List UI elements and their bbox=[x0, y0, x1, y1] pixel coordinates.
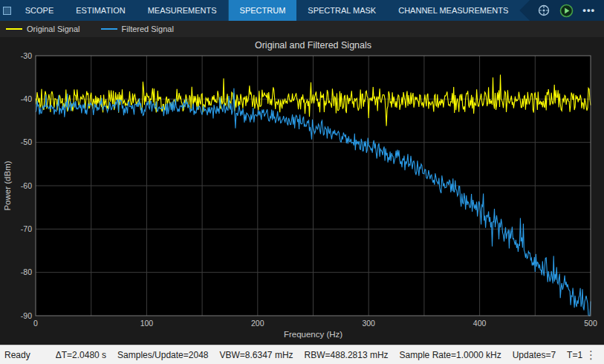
status-bar: Ready ΔT=2.0480 sSamples/Update=2048VBW=… bbox=[0, 345, 604, 364]
legend-item-filtered-signal[interactable]: Filtered Signal bbox=[101, 25, 174, 33]
status-metric: VBW=8.6347 mHz bbox=[220, 350, 293, 360]
legend-label: Filtered Signal bbox=[122, 25, 174, 33]
spectrum-plot: Original and Filtered Signals01002003004… bbox=[0, 37, 604, 345]
legend-bar: Original SignalFiltered Signal bbox=[0, 21, 604, 37]
x-tick-label: 200 bbox=[251, 319, 264, 328]
run-button[interactable] bbox=[559, 4, 574, 18]
legend-label: Original Signal bbox=[27, 25, 80, 33]
more-options-icon[interactable]: ••• bbox=[582, 0, 595, 21]
legend-swatch bbox=[101, 28, 117, 30]
status-metric: RBW=488.2813 mHz bbox=[305, 350, 389, 360]
x-tick-label: 500 bbox=[584, 319, 597, 328]
y-tick-label: -90 bbox=[21, 311, 32, 320]
status-metric: Updates=7 bbox=[513, 350, 556, 360]
y-tick-label: -30 bbox=[21, 51, 32, 60]
tab-measurements[interactable]: MEASUREMENTS bbox=[137, 0, 228, 21]
y-tick-label: -70 bbox=[21, 224, 32, 233]
app-icon-glyph bbox=[3, 7, 11, 15]
y-tick-label: -40 bbox=[21, 94, 32, 103]
status-metric: ΔT=2.0480 s bbox=[56, 350, 106, 360]
wheel-icon[interactable] bbox=[537, 4, 551, 17]
x-tick-label: 300 bbox=[362, 319, 375, 328]
y-tick-label: -80 bbox=[21, 267, 32, 276]
x-tick-label: 100 bbox=[140, 319, 154, 328]
status-metric: Sample Rate=1.0000 kHz bbox=[400, 350, 501, 360]
tab-estimation[interactable]: ESTIMATION bbox=[65, 0, 136, 21]
tab-list: SCOPEESTIMATIONMEASUREMENTSSPECTRUMSPECT… bbox=[14, 0, 520, 21]
app-icon[interactable] bbox=[0, 0, 14, 21]
y-axis-label: Power (dBm) bbox=[3, 160, 12, 210]
x-tick-label: 0 bbox=[33, 319, 38, 328]
status-metric: Samples/Update=2048 bbox=[117, 350, 208, 360]
tab-channel-measurements[interactable]: CHANNEL MEASUREMENTS bbox=[387, 0, 519, 21]
status-metrics: ΔT=2.0480 sSamples/Update=2048VBW=8.6347… bbox=[56, 350, 582, 360]
toolbar-cluster: ••• bbox=[519, 0, 604, 21]
tab-scope[interactable]: SCOPE bbox=[14, 0, 65, 21]
chart-title: Original and Filtered Signals bbox=[255, 40, 371, 51]
spectrum-analyzer-window: SCOPEESTIMATIONMEASUREMENTSSPECTRUMSPECT… bbox=[0, 0, 604, 364]
x-axis-label: Frequency (Hz) bbox=[284, 330, 342, 339]
status-metric: T=14.3360 bbox=[567, 350, 582, 360]
legend-item-original-signal[interactable]: Original Signal bbox=[6, 25, 80, 33]
x-tick-label: 400 bbox=[473, 319, 487, 328]
toolstrip-tabbar: SCOPEESTIMATIONMEASUREMENTSSPECTRUMSPECT… bbox=[0, 0, 604, 21]
tab-spectrum[interactable]: SPECTRUM bbox=[228, 0, 297, 21]
status-menu-icon[interactable]: ⋮ bbox=[582, 348, 600, 362]
y-tick-label: -50 bbox=[21, 137, 32, 146]
legend-swatch bbox=[6, 28, 22, 30]
tab-spectral-mask[interactable]: SPECTRAL MASK bbox=[296, 0, 387, 21]
chart-area: Original and Filtered Signals01002003004… bbox=[0, 37, 604, 345]
y-tick-label: -60 bbox=[21, 181, 32, 190]
status-ready: Ready bbox=[4, 350, 30, 360]
